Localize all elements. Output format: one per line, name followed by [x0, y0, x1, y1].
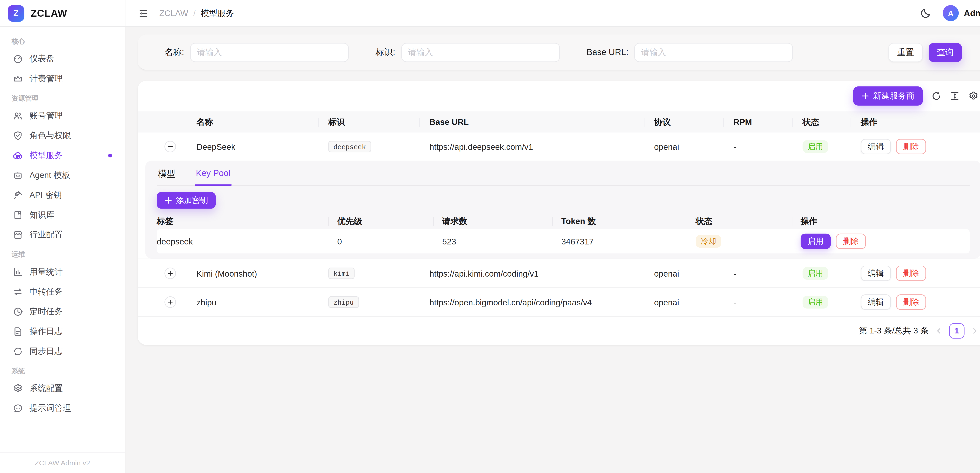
providers-card: 新建服务商 名称标识Base URL协议RPM状态操作 DeepSeekdeep…: [138, 81, 980, 345]
sidebar-item-label: 计费管理: [29, 73, 63, 84]
provider-rpm-cell: -: [723, 269, 792, 278]
delete-button[interactable]: 删除: [896, 295, 926, 310]
sidebar-item-label: 中转任务: [29, 286, 63, 298]
sidebar-item-label: 定时任务: [29, 306, 63, 318]
users-icon: [13, 111, 23, 121]
sidebar-item-dashboard[interactable]: 仪表盘: [8, 49, 117, 68]
sidebar-item-accounts[interactable]: 账号管理: [8, 106, 117, 126]
header-cell: 名称: [186, 116, 318, 128]
sidebar-item-roles[interactable]: 角色与权限: [8, 126, 117, 145]
page-number-button[interactable]: 1: [949, 323, 964, 339]
status-badge: 启用: [803, 296, 828, 309]
new-provider-button[interactable]: 新建服务商: [853, 86, 923, 106]
header-cell: 状态: [792, 116, 850, 128]
expand-row-button[interactable]: [164, 296, 176, 308]
sidebar-item-operation-logs[interactable]: 操作日志: [8, 322, 117, 341]
sidebar-item-model-services[interactable]: 模型服务: [8, 146, 117, 165]
sidebar-item-cron-tasks[interactable]: 定时任务: [8, 302, 117, 321]
avatar: A: [943, 5, 959, 21]
breadcrumb-root[interactable]: ZCLAW: [159, 8, 188, 18]
plus-small-icon: [167, 270, 173, 277]
name-input[interactable]: [190, 43, 349, 62]
edit-button[interactable]: 编辑: [861, 295, 891, 310]
next-page-icon[interactable]: [971, 327, 978, 335]
delete-key-button[interactable]: 删除: [836, 234, 866, 249]
provider-expanded-panel: 模型Key Pool添加密钥标签优先级请求数Token 数状态操作deepsee…: [145, 161, 980, 259]
filter-bar: 名称:标识:Base URL: 重置 查询: [138, 35, 980, 70]
clock-icon: [13, 307, 23, 317]
expand-cell: [138, 141, 186, 152]
delete-button[interactable]: 删除: [896, 266, 926, 281]
gauge-icon: [13, 54, 23, 64]
sidebar-item-label: Agent 模板: [29, 170, 70, 181]
expand-cell: [138, 296, 186, 308]
collapse-row-button[interactable]: [164, 141, 176, 152]
status-badge: 启用: [803, 140, 828, 153]
key-header-cell: 标签: [157, 216, 337, 227]
reset-button[interactable]: 重置: [888, 43, 923, 62]
provider-tag-chip: kimi: [328, 268, 355, 279]
swap-icon: [13, 287, 23, 297]
expand-row-button[interactable]: [164, 268, 176, 279]
search-button[interactable]: 查询: [929, 43, 962, 62]
sidebar-footer: ZCLAW Admin v2: [0, 452, 125, 473]
enable-key-button[interactable]: 启用: [801, 234, 830, 249]
sidebar-item-sync-logs[interactable]: 同步日志: [8, 342, 117, 361]
provider-base-url-cell: https://open.bigmodel.cn/api/coding/paas…: [419, 297, 644, 307]
key-status-cell: 冷却: [695, 235, 801, 248]
minus-icon: [167, 143, 173, 150]
pagination-summary: 第 1-3 条/总共 3 条: [859, 325, 929, 337]
provider-tag-cell: zhipu: [318, 296, 419, 308]
edit-button[interactable]: 编辑: [861, 139, 891, 154]
header-cell: RPM: [723, 117, 792, 127]
provider-protocol-cell: openai: [644, 269, 723, 278]
sidebar-item-relay-tasks[interactable]: 中转任务: [8, 282, 117, 301]
bot-icon: [13, 170, 23, 180]
shield-check-icon: [13, 131, 23, 141]
sidebar-item-label: 模型服务: [29, 150, 63, 161]
sidebar-item-usage-stats[interactable]: 用量统计: [8, 263, 117, 282]
plug-icon: [13, 190, 23, 200]
column-height-icon[interactable]: [950, 91, 960, 101]
provider-row: Kimi (Moonshot)kimihttps://api.kimi.com/…: [138, 258, 980, 287]
tab-key-pool[interactable]: Key Pool: [195, 167, 232, 185]
base-url-input[interactable]: [634, 43, 793, 62]
provider-actions-cell: 编辑删除: [851, 295, 980, 310]
filter-group-base-url: Base URL:: [587, 43, 793, 62]
sidebar-item-label: 系统配置: [29, 383, 63, 394]
sidebar-item-api-keys[interactable]: API 密钥: [8, 186, 117, 205]
prev-page-icon[interactable]: [935, 327, 943, 335]
table-settings-gear-icon[interactable]: [968, 91, 978, 101]
tab-models[interactable]: 模型: [157, 167, 177, 185]
sidebar-item-agent-templates[interactable]: Agent 模板: [8, 166, 117, 185]
chat-icon: [13, 403, 23, 413]
brand-logo: Z: [8, 5, 24, 21]
plus-icon: [861, 92, 869, 100]
sidebar-collapse-icon[interactable]: [138, 8, 148, 18]
filter-group-tag: 标识:: [375, 43, 560, 62]
filter-label: 名称:: [164, 46, 184, 58]
app: Z ZCLAW 核心仪表盘计费管理资源管理账号管理角色与权限模型服务Agent …: [0, 0, 980, 473]
sidebar-item-knowledge-base[interactable]: 知识库: [8, 205, 117, 225]
add-key-button[interactable]: 添加密钥: [157, 192, 216, 209]
notification-dot: [108, 154, 112, 158]
key-requests-cell: 523: [442, 237, 561, 246]
sidebar-item-label: 仪表盘: [29, 53, 54, 65]
sidebar-item-billing[interactable]: 计费管理: [8, 69, 117, 88]
refresh-icon[interactable]: [931, 91, 942, 101]
edit-button[interactable]: 编辑: [861, 266, 891, 281]
sidebar-item-system-config[interactable]: 系统配置: [8, 379, 117, 398]
provider-tag-chip: zhipu: [328, 296, 359, 308]
brand: Z ZCLAW: [0, 0, 125, 27]
delete-button[interactable]: 删除: [896, 139, 926, 154]
provider-protocol-cell: openai: [644, 142, 723, 151]
content: 名称:标识:Base URL: 重置 查询 新建服务商: [126, 27, 980, 473]
status-badge: 启用: [803, 267, 828, 280]
provider-name-cell: zhipu: [186, 297, 318, 307]
sidebar-item-industry-config[interactable]: 行业配置: [8, 225, 117, 244]
topbar-right: A Admin: [920, 5, 980, 21]
tag-input[interactable]: [401, 43, 560, 62]
dark-mode-toggle-icon[interactable]: [920, 8, 931, 19]
sidebar-item-prompt-management[interactable]: 提示词管理: [8, 399, 117, 418]
user-menu[interactable]: A Admin: [943, 5, 980, 21]
